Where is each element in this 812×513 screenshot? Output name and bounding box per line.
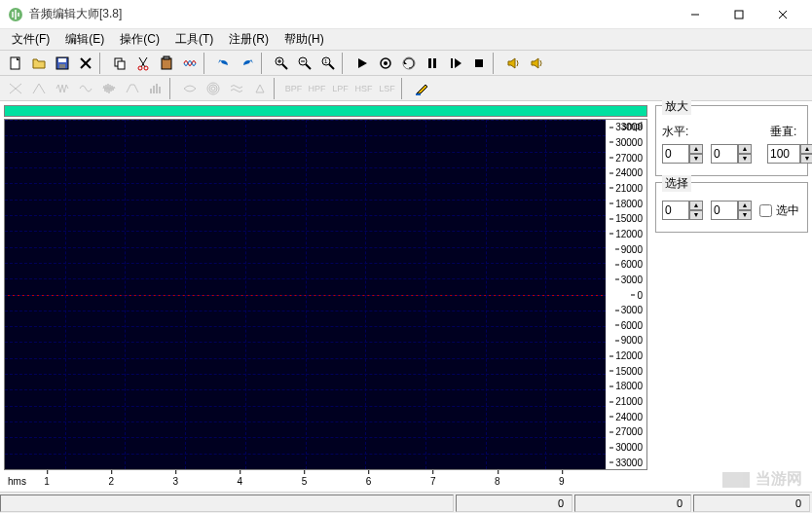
mix-button[interactable] [178,53,201,74]
new-button[interactable] [4,53,26,74]
fx-chorus-icon [225,78,247,99]
open-button[interactable] [27,53,50,74]
svg-rect-41 [159,87,161,93]
zoom-fit-button[interactable]: 1 [316,53,339,74]
pause-button[interactable] [421,53,443,74]
zoom-out-button[interactable] [293,53,315,74]
step-button[interactable] [444,53,466,74]
spin-down-icon[interactable]: ▼ [689,210,703,220]
y-tick: 24000 [615,411,643,421]
menu-operate[interactable]: 操作(C) [112,29,167,50]
redo-button[interactable] [236,53,258,74]
x-tick: 7 [430,476,436,487]
delete-button[interactable] [74,53,96,74]
horizontal-input-a[interactable] [662,144,689,164]
watermark-text: 当游网 [756,469,802,490]
y-tick: 33000 [615,122,643,132]
spin-up-icon[interactable]: ▲ [800,144,812,154]
loop-button[interactable] [397,53,420,74]
y-tick: 9000 [621,243,643,254]
zoom-in-button[interactable] [270,53,292,74]
grid-line [5,374,606,375]
y-tick: 24000 [615,167,643,178]
x-tick: 2 [108,476,114,487]
select-group: 选择 ▲▼ ▲▼ 选中 [655,182,808,233]
y-tick: 27000 [615,152,643,163]
spin-down-icon[interactable]: ▼ [738,154,752,164]
svg-rect-40 [156,84,158,93]
select-to-input[interactable] [711,201,738,220]
horizontal-label: 水平: [662,124,693,140]
paste-button[interactable] [155,53,177,74]
menu-file[interactable]: 文件(F) [4,29,57,50]
maximize-button[interactable] [717,0,760,29]
svg-point-42 [211,87,215,91]
toolbar-separator [493,53,498,74]
menu-register[interactable]: 注册(R) [221,29,277,50]
spin-up-icon[interactable]: ▲ [738,144,752,154]
select-from-input[interactable] [662,201,689,220]
toolbar-separator [99,53,105,74]
vertical-label: 垂直: [770,124,801,140]
grid-line [5,278,606,279]
speaker-right-button[interactable] [525,53,547,74]
horizontal-spin-b: ▲▼ [711,144,752,164]
horizontal-spin-a: ▲▼ [662,144,703,164]
y-tick: 9000 [621,335,643,346]
status-cell-3: 0 [693,495,810,512]
status-cell-1: 0 [456,495,572,512]
menu-tools[interactable]: 工具(T) [167,29,221,50]
speaker-left-button[interactable] [501,53,524,74]
vertical-input[interactable] [767,144,800,164]
svg-point-15 [138,66,142,70]
spin-up-icon[interactable]: ▲ [689,201,703,210]
close-button[interactable] [760,0,804,29]
grid-line [5,263,606,264]
select-legend: 选择 [662,175,691,192]
spin-up-icon[interactable]: ▲ [689,144,703,154]
spin-down-icon[interactable]: ▼ [738,210,752,220]
save-button[interactable] [51,53,73,74]
fx-echo-icon [202,78,224,99]
undo-button[interactable] [212,53,235,74]
menu-help[interactable]: 帮助(H) [277,29,332,50]
x-tick: 5 [302,476,308,487]
grid-line [5,183,606,184]
spin-down-icon[interactable]: ▼ [689,154,703,164]
main-area: smpl 33000300002700024000210001800015000… [0,101,812,492]
toolbar-separator [342,53,348,74]
svg-rect-12 [118,61,125,69]
title-bar: 音频编辑大师[3.8] [0,0,812,29]
grid-line [5,167,606,168]
cut-button[interactable] [131,53,154,74]
menu-edit[interactable]: 编辑(E) [57,29,112,50]
y-tick: 3000 [621,305,643,315]
grid-line [5,231,606,232]
spin-down-icon[interactable]: ▼ [800,154,812,164]
minimize-button[interactable] [673,0,717,29]
y-tick: 6000 [621,259,643,270]
horizontal-input-b[interactable] [711,144,738,164]
spin-up-icon[interactable]: ▲ [738,201,752,210]
copy-button[interactable] [108,53,130,74]
grid-line [5,437,606,438]
fx-envelope-icon [121,78,143,99]
y-tick: 21000 [615,396,643,407]
x-tick: 3 [173,476,179,487]
status-cell-main [0,495,454,512]
grid-line [5,421,606,422]
svg-rect-32 [428,58,431,68]
grid-line [5,326,606,327]
waveform-canvas[interactable] [5,120,606,469]
edit-tool-button[interactable] [410,78,432,99]
toolbar-main: 1 [0,51,812,76]
play-button[interactable] [351,53,373,74]
stop-button[interactable] [467,53,490,74]
select-from-spin: ▲▼ [662,201,703,220]
grid-line [5,152,606,153]
selected-checkbox[interactable] [759,204,772,217]
waveform-overview[interactable] [4,105,647,117]
record-button[interactable] [374,53,396,74]
waveform-panel: smpl 33000300002700024000210001800015000… [0,101,651,492]
svg-rect-8 [59,64,65,68]
